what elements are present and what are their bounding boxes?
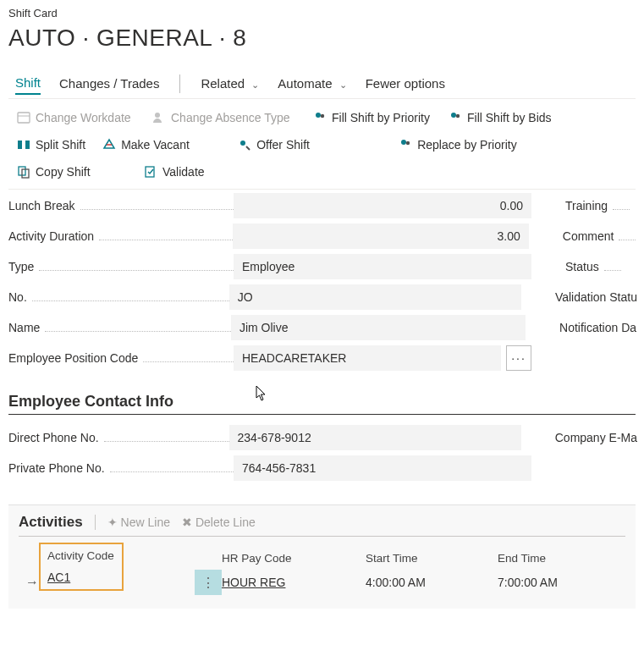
field-name[interactable]: Jim Olive [231, 315, 526, 340]
action-offer-shift[interactable]: Offer Shift [229, 131, 390, 158]
label-activity-duration: Activity Duration [8, 229, 94, 243]
action-label: Validate [162, 165, 205, 179]
activity-code-highlight: Activity Code AC1 [39, 543, 124, 591]
tabs-row: Shift Changes / Trades Related ⌄ Automat… [8, 72, 636, 99]
offer-icon [238, 138, 251, 152]
svg-rect-0 [18, 113, 30, 123]
cell-end-time[interactable]: 7:00:00 AM [498, 576, 599, 589]
col-hr-pay-code[interactable]: HR Pay Code [222, 552, 366, 565]
label-dots [604, 270, 621, 271]
label-comment: Comment [563, 229, 614, 243]
label-dots [143, 361, 234, 362]
section-employee-contact-info[interactable]: Employee Contact Info [8, 393, 636, 415]
delete-line-icon: ✖ [182, 515, 192, 529]
field-direct-phone[interactable]: 234-678-9012 [229, 425, 521, 450]
action-replace-priority[interactable]: Replace by Priority [390, 131, 526, 158]
actions-row: Change Workdate Change Absence Type Fill… [8, 99, 636, 190]
action-label: Copy Shift [36, 165, 91, 179]
action-change-absence-type[interactable]: Change Absence Type [144, 104, 305, 131]
action-label: Split Shift [36, 138, 85, 152]
action-label: Replace by Priority [417, 138, 517, 152]
label-position-code: Employee Position Code [8, 351, 138, 365]
split-icon [17, 138, 30, 152]
delete-line-label: Delete Line [195, 515, 256, 529]
delete-line-button[interactable]: ✖ Delete Line [182, 515, 256, 529]
label-dots [32, 300, 229, 301]
tab-shift[interactable]: Shift [15, 72, 41, 95]
activities-title[interactable]: Activities [19, 514, 83, 531]
label-dots [80, 209, 234, 210]
tab-fewer-options[interactable]: Fewer options [366, 73, 445, 94]
vacant-icon [102, 138, 116, 152]
tab-related-label: Related [201, 76, 245, 91]
svg-point-12 [406, 141, 410, 145]
label-validation-status: Validation Statu [555, 290, 637, 304]
action-fill-shift-bids[interactable]: Fill Shift by Bids [440, 104, 567, 131]
action-label: Fill Shift by Priority [332, 111, 430, 124]
label-dots [39, 270, 234, 271]
new-line-button[interactable]: ✦ New Line [107, 515, 170, 529]
col-start-time[interactable]: Start Time [366, 552, 498, 565]
action-copy-shift[interactable]: Copy Shift [8, 158, 135, 185]
field-no[interactable]: JO [229, 284, 521, 310]
svg-point-5 [451, 113, 456, 118]
label-training: Training [565, 199, 608, 212]
label-dots [613, 209, 630, 210]
label-lunch-break: Lunch Break [8, 199, 75, 212]
action-fill-shift-priority[interactable]: Fill Shift by Priority [305, 104, 440, 131]
validate-icon [144, 165, 157, 179]
label-no: No. [8, 290, 27, 304]
activity-code-link[interactable]: AC1 [47, 571, 70, 584]
copy-icon [17, 165, 30, 179]
action-validate[interactable]: Validate [135, 158, 213, 185]
hr-pay-code-link[interactable]: HOUR REG [222, 576, 285, 589]
row-actions-handle[interactable]: ⋮ [195, 570, 222, 595]
action-label: Make Vacant [121, 138, 190, 152]
lookup-button[interactable]: ··· [506, 345, 531, 371]
person-swap-icon [152, 111, 166, 124]
tab-divider [179, 74, 180, 93]
field-type[interactable]: Employee [234, 254, 531, 279]
page-title: AUTO · GENERAL · 8 [8, 25, 636, 52]
label-company-email: Company E-Ma [555, 431, 637, 444]
field-activity-duration[interactable]: 3.00 [233, 223, 529, 249]
table-row[interactable]: → Activity Code AC1 ⋮ HOUR REG 4:00:00 A… [19, 570, 625, 595]
action-label: Fill Shift by Bids [467, 111, 552, 124]
svg-rect-15 [146, 167, 154, 177]
label-notification-date: Notification Da [559, 321, 636, 334]
people-icon [313, 111, 327, 124]
activities-panel: Activities ✦ New Line ✖ Delete Line HR P… [8, 504, 636, 609]
field-lunch-break[interactable]: 0.00 [234, 193, 531, 218]
tab-automate[interactable]: Automate ⌄ [278, 73, 346, 94]
label-status: Status [565, 260, 599, 273]
label-private-phone: Private Phone No. [8, 461, 105, 475]
action-split-shift[interactable]: Split Shift [8, 131, 94, 158]
action-label: Change Workdate [36, 111, 131, 124]
people-icon [449, 111, 462, 124]
action-make-vacant[interactable]: Make Vacant [94, 131, 229, 158]
svg-point-6 [456, 114, 460, 118]
action-change-workdate[interactable]: Change Workdate [8, 104, 144, 131]
chevron-down-icon: ⌄ [339, 80, 347, 90]
col-end-time[interactable]: End Time [498, 552, 599, 565]
field-private-phone[interactable]: 764-456-7831 [234, 455, 531, 481]
label-dots [104, 441, 229, 442]
label-name: Name [8, 321, 40, 334]
tab-automate-label: Automate [278, 76, 332, 91]
label-direct-phone: Direct Phone No. [8, 431, 99, 444]
field-position-code[interactable]: HEADCARETAKER [234, 345, 501, 371]
chevron-down-icon: ⌄ [251, 80, 259, 90]
new-line-icon: ✦ [107, 515, 118, 529]
people-icon [399, 138, 412, 152]
svg-point-3 [316, 113, 321, 118]
col-activity-code[interactable]: Activity Code [47, 549, 115, 562]
svg-point-10 [240, 141, 245, 146]
tab-related[interactable]: Related ⌄ [201, 73, 259, 94]
label-dots [110, 471, 234, 472]
cell-start-time[interactable]: 4:00:00 AM [366, 576, 498, 589]
tab-changes-trades[interactable]: Changes / Trades [59, 73, 159, 94]
calendar-icon [17, 111, 30, 124]
action-label: Offer Shift [256, 138, 310, 152]
label-dots [45, 331, 231, 332]
label-dots [619, 240, 636, 240]
